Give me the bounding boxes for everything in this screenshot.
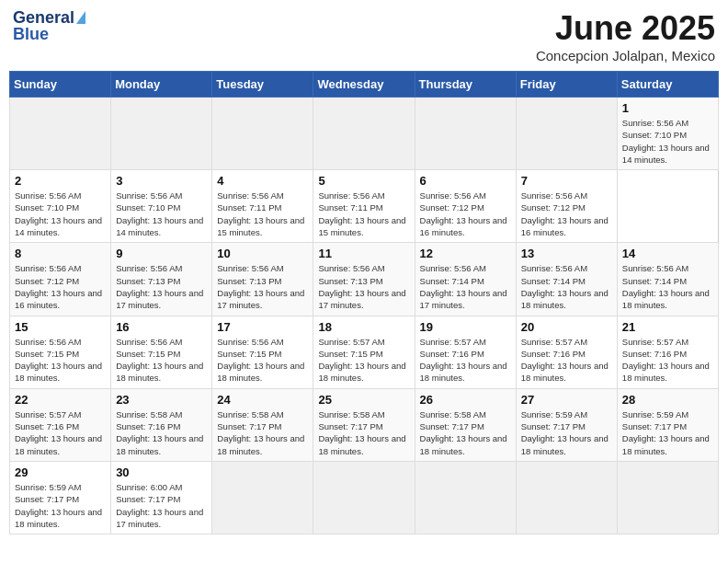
calendar-week-row: 15Sunrise: 5:56 AMSunset: 7:15 PMDayligh… xyxy=(10,316,719,388)
calendar-cell xyxy=(617,461,718,534)
calendar-cell: 5Sunrise: 5:56 AMSunset: 7:11 PMDaylight… xyxy=(313,170,415,243)
logo-text-blue: Blue xyxy=(13,26,49,42)
calendar-week-row: 2Sunrise: 5:56 AMSunset: 7:10 PMDaylight… xyxy=(10,170,719,243)
calendar-cell: 3Sunrise: 5:56 AMSunset: 7:10 PMDaylight… xyxy=(111,170,212,243)
day-number: 16 xyxy=(116,320,207,334)
calendar-cell: 15Sunrise: 5:56 AMSunset: 7:15 PMDayligh… xyxy=(10,316,111,388)
day-number: 29 xyxy=(15,465,106,479)
day-info: Sunrise: 5:56 AMSunset: 7:13 PMDaylight:… xyxy=(318,262,409,311)
title-area: June 2025 Concepcion Jolalpan, Mexico xyxy=(536,9,715,63)
location-subtitle: Concepcion Jolalpan, Mexico xyxy=(536,48,715,63)
calendar-cell: 19Sunrise: 5:57 AMSunset: 7:16 PMDayligh… xyxy=(415,316,516,388)
day-info: Sunrise: 5:58 AMSunset: 7:17 PMDaylight:… xyxy=(318,408,409,457)
calendar-cell xyxy=(415,98,516,170)
day-number: 6 xyxy=(420,174,511,188)
calendar-cell: 20Sunrise: 5:57 AMSunset: 7:16 PMDayligh… xyxy=(516,316,617,388)
day-info: Sunrise: 5:57 AMSunset: 7:15 PMDaylight:… xyxy=(318,336,409,385)
calendar-cell: 29Sunrise: 5:59 AMSunset: 7:17 PMDayligh… xyxy=(10,461,111,534)
day-number: 1 xyxy=(622,101,713,115)
calendar-cell xyxy=(516,461,617,534)
day-number: 26 xyxy=(420,393,511,407)
day-info: Sunrise: 5:57 AMSunset: 7:16 PMDaylight:… xyxy=(15,408,106,457)
calendar-week-row: 29Sunrise: 5:59 AMSunset: 7:17 PMDayligh… xyxy=(10,461,719,534)
day-number: 2 xyxy=(15,174,106,188)
day-info: Sunrise: 5:56 AMSunset: 7:15 PMDaylight:… xyxy=(15,336,106,385)
calendar-cell: 24Sunrise: 5:58 AMSunset: 7:17 PMDayligh… xyxy=(212,388,313,461)
day-number: 30 xyxy=(116,465,207,479)
day-info: Sunrise: 6:00 AMSunset: 7:17 PMDaylight:… xyxy=(116,481,207,530)
day-info: Sunrise: 5:56 AMSunset: 7:14 PMDaylight:… xyxy=(420,262,511,311)
day-info: Sunrise: 5:56 AMSunset: 7:15 PMDaylight:… xyxy=(116,336,207,385)
day-number: 11 xyxy=(318,247,409,260)
day-number: 18 xyxy=(318,320,409,334)
day-info: Sunrise: 5:58 AMSunset: 7:16 PMDaylight:… xyxy=(116,408,207,457)
calendar-cell: 27Sunrise: 5:59 AMSunset: 7:17 PMDayligh… xyxy=(516,388,617,461)
calendar-cell: 6Sunrise: 5:56 AMSunset: 7:12 PMDaylight… xyxy=(415,170,516,243)
day-info: Sunrise: 5:59 AMSunset: 7:17 PMDaylight:… xyxy=(521,408,612,457)
day-info: Sunrise: 5:57 AMSunset: 7:16 PMDaylight:… xyxy=(521,336,612,385)
calendar-cell: 10Sunrise: 5:56 AMSunset: 7:13 PMDayligh… xyxy=(212,243,313,316)
day-info: Sunrise: 5:56 AMSunset: 7:12 PMDaylight:… xyxy=(15,262,106,311)
calendar-week-row: 22Sunrise: 5:57 AMSunset: 7:16 PMDayligh… xyxy=(10,388,719,461)
day-info: Sunrise: 5:56 AMSunset: 7:12 PMDaylight:… xyxy=(420,190,511,238)
calendar-cell xyxy=(212,98,313,170)
calendar-cell xyxy=(516,98,617,170)
day-info: Sunrise: 5:56 AMSunset: 7:15 PMDaylight:… xyxy=(217,336,308,385)
calendar-week-row: 1Sunrise: 5:56 AMSunset: 7:10 PMDaylight… xyxy=(10,98,719,170)
day-info: Sunrise: 5:56 AMSunset: 7:13 PMDaylight:… xyxy=(217,262,308,311)
day-number: 5 xyxy=(318,174,409,188)
calendar-cell: 17Sunrise: 5:56 AMSunset: 7:15 PMDayligh… xyxy=(212,316,313,388)
col-header-tuesday: Tuesday xyxy=(212,72,313,98)
day-number: 13 xyxy=(521,247,612,260)
day-number: 23 xyxy=(116,393,207,407)
col-header-saturday: Saturday xyxy=(617,72,718,98)
calendar-table: SundayMondayTuesdayWednesdayThursdayFrid… xyxy=(9,71,719,534)
day-info: Sunrise: 5:56 AMSunset: 7:12 PMDaylight:… xyxy=(521,190,612,238)
day-number: 8 xyxy=(15,247,106,260)
calendar-cell: 25Sunrise: 5:58 AMSunset: 7:17 PMDayligh… xyxy=(313,388,415,461)
calendar-cell: 12Sunrise: 5:56 AMSunset: 7:14 PMDayligh… xyxy=(415,243,516,316)
day-info: Sunrise: 5:56 AMSunset: 7:10 PMDaylight:… xyxy=(116,190,207,238)
day-info: Sunrise: 5:59 AMSunset: 7:17 PMDaylight:… xyxy=(622,408,713,457)
calendar-cell: 22Sunrise: 5:57 AMSunset: 7:16 PMDayligh… xyxy=(10,388,111,461)
calendar-cell: 26Sunrise: 5:58 AMSunset: 7:17 PMDayligh… xyxy=(415,388,516,461)
calendar-cell: 16Sunrise: 5:56 AMSunset: 7:15 PMDayligh… xyxy=(111,316,212,388)
calendar-cell: 18Sunrise: 5:57 AMSunset: 7:15 PMDayligh… xyxy=(313,316,415,388)
day-number: 21 xyxy=(622,320,713,334)
calendar-cell: 8Sunrise: 5:56 AMSunset: 7:12 PMDaylight… xyxy=(10,243,111,316)
col-header-friday: Friday xyxy=(516,72,617,98)
calendar-cell xyxy=(111,98,212,170)
day-number: 24 xyxy=(217,393,308,407)
day-number: 20 xyxy=(521,320,612,334)
logo-triangle-icon xyxy=(76,11,85,24)
day-info: Sunrise: 5:56 AMSunset: 7:11 PMDaylight:… xyxy=(318,190,409,238)
day-number: 10 xyxy=(217,247,308,260)
calendar-header-row: SundayMondayTuesdayWednesdayThursdayFrid… xyxy=(10,72,719,98)
day-number: 28 xyxy=(622,393,713,407)
day-info: Sunrise: 5:58 AMSunset: 7:17 PMDaylight:… xyxy=(217,408,308,457)
calendar-cell xyxy=(212,461,313,534)
day-info: Sunrise: 5:56 AMSunset: 7:13 PMDaylight:… xyxy=(116,262,207,311)
calendar-cell: 23Sunrise: 5:58 AMSunset: 7:16 PMDayligh… xyxy=(111,388,212,461)
day-number: 25 xyxy=(318,393,409,407)
day-number: 9 xyxy=(116,247,207,260)
calendar-week-row: 8Sunrise: 5:56 AMSunset: 7:12 PMDaylight… xyxy=(10,243,719,316)
calendar-cell: 7Sunrise: 5:56 AMSunset: 7:12 PMDaylight… xyxy=(516,170,617,243)
col-header-wednesday: Wednesday xyxy=(313,72,415,98)
logo: General Blue xyxy=(13,9,85,42)
month-title: June 2025 xyxy=(536,9,715,48)
col-header-sunday: Sunday xyxy=(10,72,111,98)
day-info: Sunrise: 5:56 AMSunset: 7:10 PMDaylight:… xyxy=(15,190,106,238)
logo-text-general: General xyxy=(13,9,74,26)
day-number: 4 xyxy=(217,174,308,188)
day-info: Sunrise: 5:58 AMSunset: 7:17 PMDaylight:… xyxy=(420,408,511,457)
calendar-cell: 28Sunrise: 5:59 AMSunset: 7:17 PMDayligh… xyxy=(617,388,718,461)
col-header-monday: Monday xyxy=(111,72,212,98)
day-info: Sunrise: 5:56 AMSunset: 7:14 PMDaylight:… xyxy=(622,262,713,311)
calendar-cell: 14Sunrise: 5:56 AMSunset: 7:14 PMDayligh… xyxy=(617,243,718,316)
calendar-cell xyxy=(10,98,111,170)
calendar-cell xyxy=(415,461,516,534)
calendar-cell: 1Sunrise: 5:56 AMSunset: 7:10 PMDaylight… xyxy=(617,98,718,170)
day-number: 12 xyxy=(420,247,511,260)
calendar-cell: 21Sunrise: 5:57 AMSunset: 7:16 PMDayligh… xyxy=(617,316,718,388)
